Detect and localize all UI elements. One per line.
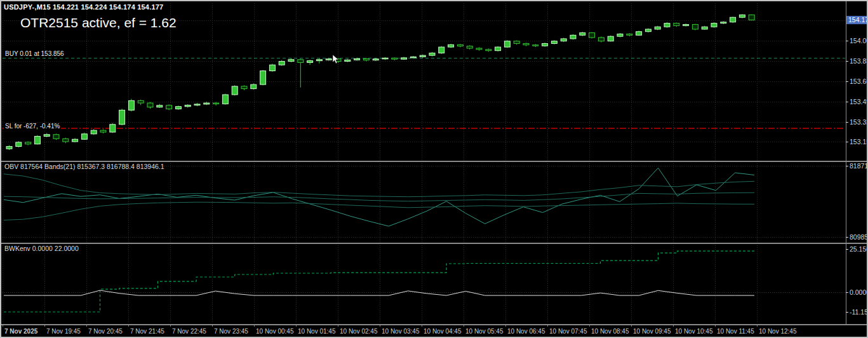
candle-body [692,24,698,29]
price-axis[interactable]: 154.000153.830153.660153.490153.320153.1… [846,16,868,315]
axis-tick-label: 809852 [850,233,868,241]
obv-series-layer [4,168,754,226]
candle-body [514,41,519,44]
candle-body [580,33,585,36]
candle-body [34,137,40,144]
candle-body [570,35,576,39]
axis-tick-label: 153.490 [850,98,868,105]
candle-body [326,59,331,60]
obv-band_lower-line [4,202,754,220]
bwkenv-series-layer [4,251,754,312]
candle-body [204,103,210,104]
candle-body [551,41,557,44]
bwkenv-signal-line [4,290,754,295]
candle-body [91,130,97,134]
candle-body [627,34,632,35]
bwkenv-envelope-line [4,251,754,312]
time-tick-label: 7 Nov 21:45 [130,328,164,335]
candle-body [44,135,50,137]
candle-body [298,60,304,63]
axis-tick-label: 153.660 [850,78,868,85]
time-tick-label: 7 Nov 23:45 [214,328,248,335]
candle-body [702,27,707,29]
time-tick-label: 7 Nov 2025 [4,328,38,335]
candle-body [363,58,369,60]
candle-body [542,43,548,46]
candle-body [307,61,313,63]
candle-body [373,59,378,60]
candle-body [457,44,463,46]
axis-tick-label: 153.830 [850,57,868,65]
grid-layer [3,3,845,323]
candle-body [429,53,435,55]
time-tick-label: 10 Nov 01:45 [298,328,336,335]
candle-body [147,103,153,107]
time-tick-label: 10 Nov 04:45 [424,328,462,335]
candle-body [128,100,134,110]
time-axis[interactable]: 7 Nov 20257 Nov 19:457 Nov 20:457 Nov 21… [3,325,797,335]
axis-tick-label: 154.000 [850,37,868,44]
candle-body [138,100,144,103]
time-tick-label: 10 Nov 02:45 [340,328,378,335]
candle-body [401,58,407,59]
separators-layer [1,1,868,325]
candle-body [739,15,745,17]
mt4-chart-window: 154.000153.830153.660153.490153.320153.1… [0,0,868,338]
axis-tick-label: 153.320 [850,118,868,126]
candle-body [213,103,219,104]
candle-body [260,71,266,85]
candle-body [664,24,670,27]
candle-body [157,105,163,107]
time-tick-label: 10 Nov 10:45 [675,328,713,335]
candle-body [674,24,679,26]
candle-body [683,24,689,25]
current-price-label: 154.177 [848,16,868,24]
candle-body [561,39,566,41]
time-tick-label: 7 Nov 20:45 [88,328,123,335]
candle-body [6,146,12,149]
candle-body [166,105,172,109]
candle-body [636,32,642,36]
candle-body [533,45,538,46]
time-tick-label: 10 Nov 06:45 [507,328,545,335]
candle-body [617,34,623,36]
candle-body [100,130,106,132]
time-tick-label: 10 Nov 12:45 [759,328,797,335]
candle-body [410,57,416,58]
candle-body [194,104,200,105]
candle-body [81,134,87,139]
candle-body [749,15,754,20]
candle-body [382,58,388,59]
candle-body [175,107,181,109]
candle-body [711,24,717,27]
candle-body [345,60,351,61]
axis-tick-label: 153.150 [850,138,868,145]
candle-body [53,135,59,139]
candle-body [316,60,322,61]
time-tick-label: 10 Nov 00:45 [256,328,294,335]
obv-obv-line [4,168,754,226]
candle-body [589,33,595,37]
time-tick-label: 7 Nov 19:45 [46,328,81,335]
candle-body [448,44,454,47]
candle-body [523,43,529,44]
candle-body [269,65,275,71]
candle-body [495,47,501,51]
time-tick-label: 10 Nov 09:45 [633,328,671,335]
candle-body [251,84,257,89]
candle-body [598,37,604,41]
candle-body [25,142,31,144]
candle-body [420,55,425,57]
chart-canvas[interactable]: 154.000153.830153.660153.490153.320153.1… [1,1,868,338]
candle-body [354,58,360,60]
candle-body [730,17,736,22]
candle-body [608,36,613,41]
time-tick-label: 10 Nov 07:45 [549,328,587,335]
candle-body [241,86,247,89]
time-tick-label: 10 Nov 08:45 [591,328,629,335]
candle-body [110,125,116,132]
time-tick-label: 10 Nov 03:45 [382,328,420,335]
candle-body [279,62,284,65]
candle-body [655,27,660,29]
time-tick-label: 10 Nov 11:45 [717,328,754,335]
